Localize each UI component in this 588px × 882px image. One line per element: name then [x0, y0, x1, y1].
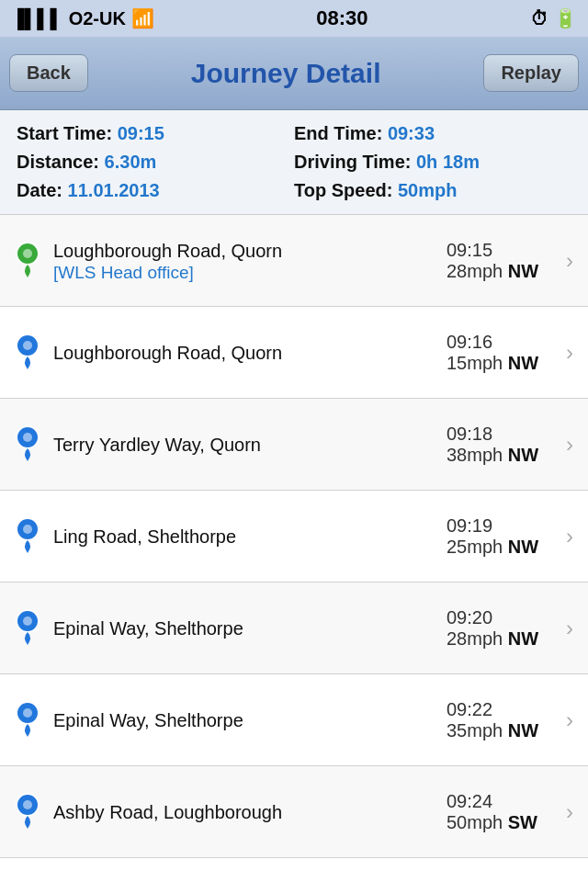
- svg-point-5: [23, 433, 32, 442]
- location-info: Ashby Road, Loughborough: [53, 800, 447, 824]
- row-time: 09:15: [447, 240, 562, 261]
- row-speed-dir: 28mph NW: [447, 261, 562, 282]
- location-info: Ling Road, Shelthorpe: [53, 525, 447, 548]
- row-speed-dir: 35mph NW: [447, 720, 562, 741]
- pin-icon: [11, 700, 44, 741]
- date-value: 11.01.2013: [68, 180, 160, 200]
- time-speed-info: 09:1838mph NW: [447, 424, 566, 466]
- driving-time-item: Driving Time: 0h 18m: [294, 152, 571, 173]
- row-speed-dir: 38mph NW: [447, 445, 562, 466]
- distance-value: 6.30m: [105, 152, 157, 172]
- pin-icon: [11, 424, 44, 465]
- driving-time-label: Driving Time:: [294, 152, 411, 172]
- time-speed-info: 09:1925mph NW: [447, 515, 566, 558]
- journey-row[interactable]: Ashby Road, Loughborough09:28›: [0, 858, 588, 882]
- date-item: Date: 11.01.2013: [17, 180, 294, 201]
- back-button[interactable]: Back: [9, 54, 88, 92]
- svg-point-13: [23, 800, 32, 809]
- row-time: 09:16: [447, 332, 562, 353]
- time-speed-info: 09:2235mph NW: [447, 699, 566, 741]
- nav-bar: Back Journey Detail Replay: [0, 37, 588, 110]
- carrier-name: O2-UK: [69, 8, 126, 29]
- time-speed-info: 09:1615mph NW: [447, 332, 566, 374]
- location-info: Loughborough Road, Quorn: [53, 341, 447, 365]
- location-name: Ashby Road, Loughborough: [53, 800, 441, 824]
- svg-point-9: [23, 616, 32, 626]
- top-speed-label: Top Speed:: [294, 180, 392, 200]
- location-name: Loughborough Road, Quorn: [53, 239, 441, 263]
- end-time-value: 09:33: [388, 123, 435, 143]
- journey-row[interactable]: Epinal Way, Shelthorpe09:2235mph NW›: [0, 674, 588, 766]
- top-speed-value: 50mph: [398, 180, 457, 200]
- driving-time-value: 0h 18m: [416, 152, 480, 172]
- time-speed-info: 09:2450mph SW: [447, 791, 566, 833]
- chevron-right-icon: ›: [566, 248, 588, 274]
- journey-row[interactable]: Loughborough Road, Quorn09:1615mph NW›: [0, 307, 588, 399]
- start-time-value: 09:15: [118, 123, 164, 143]
- location-name: Loughborough Road, Quorn: [53, 341, 441, 365]
- top-speed-item: Top Speed: 50mph: [294, 180, 571, 201]
- svg-point-7: [23, 525, 32, 534]
- chevron-right-icon: ›: [566, 340, 588, 366]
- row-speed-dir: 25mph NW: [447, 537, 562, 558]
- location-name: Ling Road, Shelthorpe: [53, 525, 441, 548]
- info-section: Start Time: 09:15 End Time: 09:33 Distan…: [0, 110, 588, 215]
- replay-button[interactable]: Replay: [483, 54, 579, 92]
- start-time-item: Start Time: 09:15: [17, 123, 294, 144]
- journey-row[interactable]: Epinal Way, Shelthorpe09:2028mph NW›: [0, 582, 588, 674]
- chevron-right-icon: ›: [566, 616, 588, 641]
- row-time: 09:24: [447, 791, 562, 812]
- battery-icon: 🔋: [554, 7, 577, 29]
- status-time: 08:30: [316, 6, 368, 30]
- status-left: ▐▌▌▌ O2-UK 📶: [11, 7, 154, 29]
- pin-icon: [11, 608, 44, 649]
- location-sub: [WLS Head office]: [53, 263, 441, 283]
- svg-point-1: [23, 249, 32, 258]
- location-info: Terry Yardley Way, Quorn: [53, 433, 447, 457]
- svg-point-11: [23, 708, 32, 718]
- row-time: 09:20: [447, 607, 562, 628]
- row-time: 09:22: [447, 699, 562, 720]
- journey-row[interactable]: Loughborough Road, Quorn[WLS Head office…: [0, 215, 588, 307]
- location-info: Epinal Way, Shelthorpe: [53, 616, 447, 640]
- journey-row[interactable]: Ashby Road, Loughborough09:2450mph SW›: [0, 766, 588, 858]
- row-speed-dir: 28mph NW: [447, 628, 562, 650]
- page-title: Journey Detail: [191, 58, 381, 89]
- journey-row[interactable]: Ling Road, Shelthorpe09:1925mph NW›: [0, 491, 588, 582]
- svg-point-3: [23, 341, 32, 350]
- start-time-label: Start Time:: [17, 123, 112, 143]
- row-speed-dir: 15mph NW: [447, 353, 562, 374]
- distance-item: Distance: 6.30m: [17, 152, 294, 173]
- location-name: Epinal Way, Shelthorpe: [53, 616, 441, 640]
- row-speed-dir: 50mph SW: [447, 812, 562, 833]
- location-name: Epinal Way, Shelthorpe: [53, 708, 441, 732]
- pin-icon: [11, 241, 44, 281]
- date-label: Date:: [17, 180, 62, 200]
- end-time-label: End Time:: [294, 123, 382, 143]
- end-time-item: End Time: 09:33: [294, 123, 571, 144]
- status-right: ⏱ 🔋: [530, 7, 577, 29]
- distance-label: Distance:: [17, 152, 99, 172]
- time-speed-info: 09:1528mph NW: [447, 240, 566, 282]
- signal-icon: ▐▌▌▌: [11, 8, 63, 29]
- status-bar: ▐▌▌▌ O2-UK 📶 08:30 ⏱ 🔋: [0, 0, 588, 37]
- pin-icon: [11, 792, 44, 832]
- wifi-icon: 📶: [131, 7, 154, 29]
- pin-icon: [11, 333, 44, 373]
- chevron-right-icon: ›: [566, 707, 588, 733]
- location-info: Epinal Way, Shelthorpe: [53, 708, 447, 732]
- location-name: Terry Yardley Way, Quorn: [53, 433, 441, 457]
- chevron-right-icon: ›: [566, 432, 588, 458]
- journey-row[interactable]: Terry Yardley Way, Quorn09:1838mph NW›: [0, 399, 588, 491]
- clock-icon: ⏱: [530, 8, 548, 29]
- journey-list: Loughborough Road, Quorn[WLS Head office…: [0, 215, 588, 882]
- row-time: 09:19: [447, 515, 562, 537]
- location-info: Loughborough Road, Quorn[WLS Head office…: [53, 239, 447, 283]
- pin-icon: [11, 516, 44, 557]
- chevron-right-icon: ›: [566, 799, 588, 825]
- row-time: 09:18: [447, 424, 562, 445]
- time-speed-info: 09:2028mph NW: [447, 607, 566, 650]
- chevron-right-icon: ›: [566, 524, 588, 549]
